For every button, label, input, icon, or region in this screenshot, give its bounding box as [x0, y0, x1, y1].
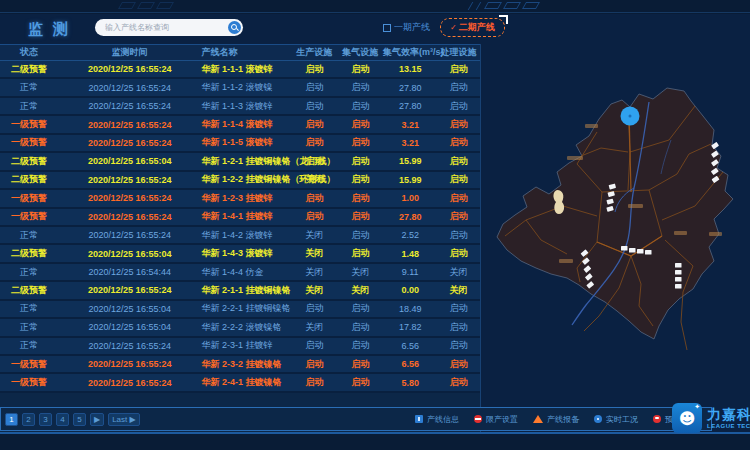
- decorative-boxes: [470, 2, 538, 10]
- row-line-name: 华新 1-2-2 挂镀铜镍铬（环形线）: [201, 173, 291, 186]
- col-treatment-facility: 处理设施: [437, 46, 480, 59]
- row-status: 正常: [0, 229, 58, 242]
- row-treatment-facility: 启动: [437, 302, 480, 315]
- table-row[interactable]: 正常 2020/12/25 16:55:24 华新 1-1-3 滚镀锌 启动 启…: [0, 98, 480, 116]
- table-row[interactable]: 二级预警 2020/12/25 16:55:24 华新 1-1-1 滚镀锌 启动…: [0, 61, 480, 79]
- brand-logo: ☻✦ 力嘉科技 LEAGUE TECH: [672, 403, 750, 433]
- logo-name-en: LEAGUE TECH: [707, 423, 750, 429]
- table-row[interactable]: 二级预警 2020/12/25 16:55:04 华新 1-2-1 挂镀铜镍铬（…: [0, 153, 480, 171]
- row-line-name: 华新 2-3-1 挂镀锌: [202, 339, 292, 352]
- row-time: 2020/12/25 16:55:24: [58, 101, 202, 111]
- col-gas-facility: 集气设施: [337, 46, 383, 59]
- row-gas-efficiency: 0.00: [383, 285, 437, 295]
- page-button-2[interactable]: 2: [22, 413, 35, 426]
- table-row[interactable]: 一级预警 2020/12/25 16:55:24 华新 2-3-2 挂镀镍铬 启…: [0, 356, 480, 374]
- row-treatment-facility: 启动: [437, 100, 480, 113]
- row-gas-efficiency: 18.49: [383, 304, 437, 314]
- line-info-icon: [415, 415, 423, 423]
- monitoring-dashboard: 监测 一期产线 ✓二期产线 状态 监测时间 产线名称 生产设施 集气设施 集气效…: [0, 0, 750, 450]
- search-input[interactable]: [103, 22, 228, 33]
- row-production-facility: 关闭: [291, 229, 337, 242]
- legend-bar: 产线信息限产设置产线报备实时工况预警历史: [415, 414, 703, 425]
- bottom-strip: [0, 434, 750, 450]
- row-time: 2020/12/25 16:55:24: [58, 64, 202, 74]
- row-line-name: 华新 1-1-5 滚镀锌: [202, 136, 292, 149]
- search-icon[interactable]: [228, 21, 241, 34]
- realtime-status-icon: [594, 415, 602, 423]
- limit-setting-icon: [474, 415, 482, 423]
- pagination: 12345▶Last ▶: [5, 413, 140, 426]
- map-panel: [481, 44, 750, 433]
- table-row[interactable]: 正常 2020/12/25 16:55:04 华新 2-2-1 挂镀铜镍铬 启动…: [0, 301, 480, 319]
- row-status: 二级预警: [0, 63, 58, 76]
- table-row[interactable]: 正常 2020/12/25 16:55:24 华新 2-3-1 挂镀锌 启动 启…: [0, 338, 480, 356]
- table-row[interactable]: 二级预警 2020/12/25 16:55:24 华新 1-2-2 挂镀铜镍铬（…: [0, 172, 480, 190]
- page-button-5[interactable]: 5: [73, 413, 86, 426]
- row-status: 正常: [0, 100, 58, 113]
- row-production-facility: 启动: [291, 118, 337, 131]
- table-row[interactable]: 一级预警 2020/12/25 16:55:24 华新 1-2-3 挂镀锌 启动…: [0, 190, 480, 208]
- page-button-1[interactable]: 1: [5, 413, 18, 426]
- legend-limit-setting[interactable]: 限产设置: [474, 414, 518, 425]
- last-page-button[interactable]: Last ▶: [108, 413, 140, 426]
- row-status: 二级预警: [0, 247, 58, 260]
- row-line-name: 华新 1-4-3 滚镀锌: [202, 247, 292, 260]
- row-gas-efficiency: 15.99: [383, 175, 437, 185]
- table-row[interactable]: 正常 2020/12/25 16:55:24 华新 1-4-2 滚镀锌 关闭 启…: [0, 227, 480, 245]
- table-row[interactable]: 一级预警 2020/12/25 16:55:24 华新 1-1-5 滚镀锌 启动…: [0, 135, 480, 153]
- row-production-facility: 启动: [291, 210, 337, 223]
- col-production-facility: 生产设施: [291, 46, 337, 59]
- row-time: 2020/12/25 16:55:24: [58, 230, 202, 240]
- row-line-name: 华新 2-1-1 挂镀铜镍铬: [202, 284, 292, 297]
- row-time: 2020/12/25 16:55:24: [58, 378, 202, 388]
- table-row[interactable]: 一级预警 2020/12/25 16:55:24 华新 1-1-4 滚镀锌 启动…: [0, 116, 480, 134]
- row-gas-facility: 启动: [337, 210, 383, 223]
- row-gas-facility: 启动: [337, 376, 383, 389]
- row-gas-efficiency: 15.99: [383, 156, 437, 166]
- monitor-table-panel: 状态 监测时间 产线名称 生产设施 集气设施 集气效率(m³/s) 处理设施 二…: [0, 44, 481, 433]
- row-gas-facility: 启动: [337, 302, 383, 315]
- row-gas-efficiency: 3.21: [383, 138, 437, 148]
- table-row[interactable]: 一级预警 2020/12/25 16:55:24 华新 2-4-1 挂镀镍铬 启…: [0, 374, 480, 392]
- table-row[interactable]: 正常 2020/12/25 16:55:04 华新 2-2-2 滚镀镍铬 关闭 …: [0, 319, 480, 337]
- table-row[interactable]: 一级预警 2020/12/25 16:55:24 华新 1-4-1 挂镀锌 启动…: [0, 209, 480, 227]
- row-status: 一级预警: [0, 210, 58, 223]
- row-status: 一级预警: [0, 192, 58, 205]
- active-site-marker[interactable]: [621, 107, 640, 126]
- row-gas-efficiency: 27.80: [383, 212, 437, 222]
- row-gas-efficiency: 2.52: [383, 230, 437, 240]
- row-production-facility: 启动: [291, 302, 337, 315]
- row-line-name: 华新 1-2-1 挂镀铜镍铬（龙门线）: [201, 155, 291, 168]
- page-button-4[interactable]: 4: [56, 413, 69, 426]
- page-button-3[interactable]: 3: [39, 413, 52, 426]
- legend-line-info[interactable]: 产线信息: [415, 414, 459, 425]
- decorative-boxes: [120, 2, 172, 9]
- legend-line-report[interactable]: 产线报备: [533, 414, 579, 425]
- logo-name-cn: 力嘉科技: [707, 407, 750, 421]
- row-line-name: 华新 1-1-1 滚镀锌: [202, 63, 292, 76]
- row-status: 一级预警: [0, 376, 58, 389]
- row-treatment-facility: 启动: [437, 247, 480, 260]
- row-status: 一级预警: [0, 358, 58, 371]
- checkbox-icon: [383, 24, 391, 32]
- table-row[interactable]: 正常 2020/12/25 16:54:44 华新 1-4-4 仿金 关闭 关闭…: [0, 264, 480, 282]
- row-time: 2020/12/25 16:55:24: [58, 120, 202, 130]
- col-status: 状态: [0, 46, 58, 59]
- line-report-icon: [533, 415, 543, 423]
- row-treatment-facility: 启动: [437, 63, 480, 76]
- row-time: 2020/12/25 16:54:44: [58, 267, 202, 277]
- row-gas-facility: 启动: [337, 192, 383, 205]
- search-box[interactable]: [95, 19, 243, 36]
- table-row[interactable]: 二级预警 2020/12/25 16:55:24 华新 2-1-1 挂镀铜镍铬 …: [0, 282, 480, 300]
- next-page-button[interactable]: ▶: [90, 413, 104, 426]
- table-row[interactable]: 二级预警 2020/12/25 16:55:04 华新 1-4-3 滚镀锌 关闭…: [0, 245, 480, 263]
- table-row[interactable]: 正常 2020/12/25 16:55:24 华新 1-1-2 滚镀镍 启动 启…: [0, 79, 480, 97]
- legend-realtime-status[interactable]: 实时工况: [594, 414, 638, 425]
- logo-icon: ☻✦: [672, 403, 702, 433]
- row-gas-facility: 启动: [337, 136, 383, 149]
- row-gas-facility: 启动: [337, 118, 383, 131]
- row-status: 二级预警: [0, 284, 58, 297]
- phase1-checkbox[interactable]: 一期产线: [383, 21, 430, 34]
- phase2-toggle[interactable]: ✓二期产线: [440, 18, 505, 37]
- row-time: 2020/12/25 16:55:24: [58, 341, 202, 351]
